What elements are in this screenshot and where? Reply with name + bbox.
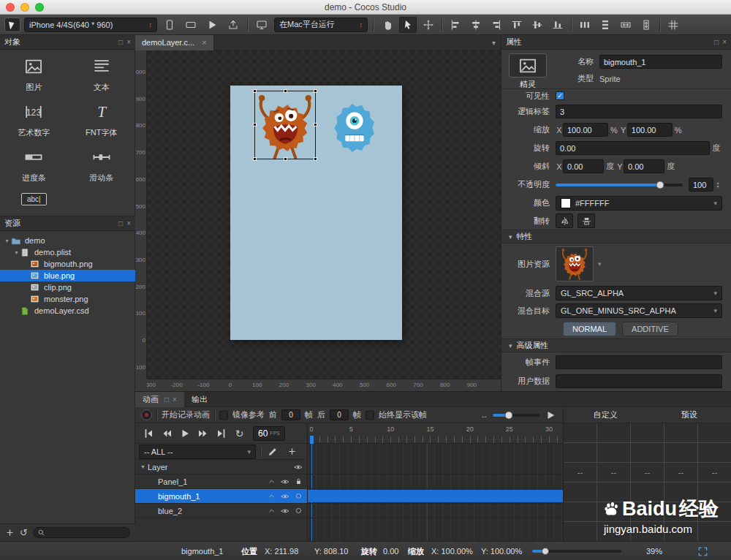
preset-cell[interactable] xyxy=(564,483,597,502)
preset-cell[interactable]: -- xyxy=(597,463,631,483)
preset-cell[interactable] xyxy=(664,502,698,522)
resource-search-input[interactable] xyxy=(33,527,130,538)
timeline-track[interactable] xyxy=(308,474,563,489)
preset-cell[interactable] xyxy=(564,443,597,463)
select-tool[interactable] xyxy=(399,17,417,33)
chevron-up-icon[interactable] xyxy=(268,477,276,485)
frame-zoom-play-button[interactable] xyxy=(544,409,557,422)
opacity-stepper[interactable]: ▴▾ xyxy=(713,181,722,189)
blend-src-select[interactable]: GL_SRC_ALPHA ▾ xyxy=(556,286,722,300)
fps-box[interactable]: 60FPS xyxy=(253,426,285,441)
preset-cell[interactable]: -- xyxy=(664,463,698,483)
blend-additive-button[interactable]: ADDITIVE xyxy=(622,322,678,336)
timeline-row-Panel_1[interactable]: Panel_1 xyxy=(135,474,307,489)
timeline-ruler[interactable]: 051015202530 xyxy=(308,423,563,444)
align-hcenter-icon[interactable] xyxy=(467,17,485,33)
before-frames-input[interactable] xyxy=(281,409,300,420)
landscape-orientation-button[interactable] xyxy=(182,17,200,33)
add-resource-button[interactable] xyxy=(5,528,15,537)
preset-cell[interactable]: -- xyxy=(631,463,664,483)
align-right-icon[interactable] xyxy=(488,17,505,33)
play-tr-icon[interactable] xyxy=(176,426,193,441)
preset-cell[interactable] xyxy=(664,522,698,542)
timeline-track[interactable] xyxy=(308,489,563,504)
publish-button[interactable] xyxy=(224,17,242,33)
object-item-text[interactable]: 文本 xyxy=(68,57,136,93)
tab-demolayer[interactable]: demoLayer.c... × xyxy=(135,35,214,50)
portrait-orientation-button[interactable] xyxy=(161,17,178,33)
features-section-header[interactable]: ▾ 特性 xyxy=(501,230,731,243)
image-resource-thumbnail[interactable] xyxy=(556,246,594,281)
playhead[interactable] xyxy=(310,436,314,444)
preset-cell[interactable] xyxy=(597,522,631,542)
frame-zoom-slider[interactable] xyxy=(493,414,539,417)
preset-cell[interactable] xyxy=(597,443,631,463)
preset-cell[interactable] xyxy=(698,443,731,463)
timeline-row-bigmouth_1[interactable]: bigmouth_1 xyxy=(135,489,307,504)
preset-cell[interactable]: -- xyxy=(698,463,731,483)
resource-item[interactable]: demoLayer.csd xyxy=(0,305,135,317)
lock-icon[interactable] xyxy=(295,477,303,485)
rotation-input[interactable] xyxy=(556,141,710,155)
dist-h-icon[interactable] xyxy=(576,17,594,33)
frame-next-icon[interactable] xyxy=(194,426,211,441)
selection-handle[interactable] xyxy=(253,123,257,126)
preset-cell[interactable] xyxy=(597,483,631,502)
refresh-resources-button[interactable]: ↺ xyxy=(20,527,28,538)
expander-icon[interactable]: ▾ xyxy=(12,249,20,256)
preset-cell[interactable] xyxy=(597,423,631,443)
expander-icon[interactable]: ▾ xyxy=(138,463,148,470)
preset-cell[interactable] xyxy=(698,423,731,443)
resource-item[interactable]: clip.png xyxy=(0,281,135,293)
resource-item[interactable]: monster.png xyxy=(0,293,135,305)
scale-y-input[interactable] xyxy=(627,123,673,137)
selection-handle[interactable] xyxy=(253,89,257,93)
always-show-checkbox[interactable] xyxy=(366,411,374,420)
frame-prev-icon[interactable] xyxy=(158,426,175,441)
selection-handle[interactable] xyxy=(284,89,287,93)
preset-cell[interactable] xyxy=(698,502,731,522)
preset-cell[interactable] xyxy=(631,522,664,542)
frame-event-input[interactable] xyxy=(556,355,722,369)
skip-start-icon[interactable] xyxy=(140,426,156,441)
float-panel-icon[interactable]: □ xyxy=(714,38,719,46)
play-preview-button[interactable] xyxy=(203,17,221,33)
canvas-zoom-slider[interactable] xyxy=(532,550,621,553)
align-left-icon[interactable] xyxy=(447,17,464,33)
circle-icon[interactable] xyxy=(295,492,303,500)
preset-cell[interactable] xyxy=(564,522,597,542)
eye-icon[interactable] xyxy=(281,492,289,501)
dist-v-icon[interactable] xyxy=(596,17,614,33)
mirror-checkbox[interactable] xyxy=(219,411,228,420)
align-vcenter-icon[interactable] xyxy=(529,17,546,33)
visibility-checkbox[interactable]: ✓ xyxy=(556,91,564,100)
tab-output[interactable]: 输出 xyxy=(184,392,215,407)
stage-canvas[interactable] xyxy=(147,50,501,379)
timeline-track[interactable] xyxy=(308,460,563,474)
expander-icon[interactable]: ▾ xyxy=(3,238,11,244)
name-input[interactable] xyxy=(599,55,722,69)
preset-cell[interactable]: -- xyxy=(564,463,597,483)
close-panel-icon[interactable]: × xyxy=(722,38,727,46)
timeline-row-blue_2[interactable]: blue_2 xyxy=(135,504,307,518)
fullscreen-icon[interactable] xyxy=(697,542,708,560)
resource-item[interactable]: blue.png xyxy=(0,270,135,281)
transform-tool[interactable] xyxy=(420,17,437,33)
eye-icon[interactable] xyxy=(281,507,289,515)
flip-horizontal-button[interactable] xyxy=(556,213,573,228)
run-target-select[interactable]: 在Mac平台运行 ↕ xyxy=(274,18,368,32)
selection-handle[interactable] xyxy=(314,123,317,126)
align-bottom-icon[interactable] xyxy=(549,17,567,33)
close-tab-icon[interactable]: × xyxy=(202,38,206,47)
close-panel-icon[interactable]: × xyxy=(126,219,131,227)
float-panel-icon[interactable]: □ xyxy=(164,396,169,404)
eye-icon[interactable] xyxy=(294,463,303,472)
device-select[interactable]: iPhone 4/4S(640 * 960) ↕ xyxy=(24,18,157,32)
hand-tool[interactable] xyxy=(379,17,396,33)
timeline-track[interactable] xyxy=(308,504,563,518)
tab-list-chevron-icon[interactable]: ▾ xyxy=(492,39,496,47)
object-item-progressbar[interactable]: 进度条 xyxy=(0,148,68,183)
same-height-icon[interactable] xyxy=(637,17,655,33)
preset-cell[interactable] xyxy=(631,502,664,522)
blend-normal-button[interactable]: NORMAL xyxy=(563,322,616,336)
